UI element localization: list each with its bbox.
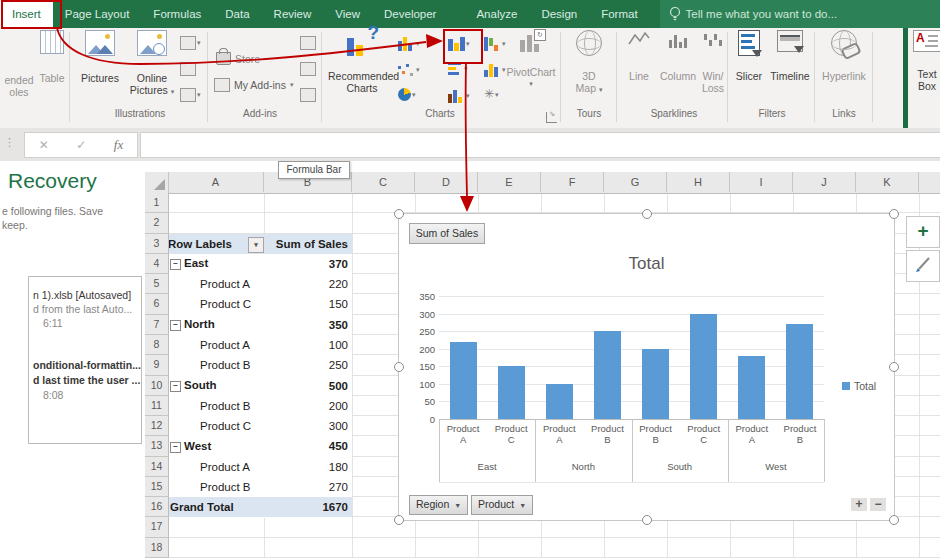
bar-product-b-west[interactable] bbox=[786, 324, 813, 419]
column-header-K[interactable]: K bbox=[856, 172, 919, 192]
tab-design[interactable]: Design bbox=[529, 0, 589, 28]
select-all-button[interactable] bbox=[145, 172, 169, 193]
pivot-chart[interactable]: Sum of Sales Total 050100150200250300350… bbox=[398, 213, 895, 521]
bar-product-b-north[interactable] bbox=[594, 331, 621, 419]
tab-page-layout[interactable]: Page Layout bbox=[53, 0, 142, 28]
selection-handle[interactable] bbox=[889, 362, 899, 372]
pivot-row-value[interactable]: 150 bbox=[264, 298, 348, 310]
row-header-17[interactable]: 17 bbox=[145, 517, 169, 537]
pivot-row-value[interactable]: 100 bbox=[264, 339, 348, 351]
pivot-row-value[interactable]: 450 bbox=[264, 440, 348, 452]
bar-product-a-west[interactable] bbox=[738, 356, 765, 419]
chart-title[interactable]: Total bbox=[399, 254, 894, 274]
row-header-2[interactable]: 2 bbox=[145, 213, 169, 233]
selection-handle[interactable] bbox=[642, 515, 652, 525]
row-header-15[interactable]: 15 bbox=[145, 477, 169, 497]
sparkline-winloss-button[interactable]: Win/Loss bbox=[698, 30, 728, 94]
pivot-row-value[interactable]: 300 bbox=[264, 420, 348, 432]
chart-elements-button[interactable]: + bbox=[906, 216, 940, 248]
pivot-row-value[interactable]: 370 bbox=[264, 258, 348, 270]
insert-function-icon[interactable]: fx bbox=[114, 137, 123, 153]
chart-field-button-values[interactable]: Sum of Sales bbox=[409, 223, 485, 244]
selection-handle[interactable] bbox=[889, 515, 899, 525]
selection-handle[interactable] bbox=[394, 362, 404, 372]
insert-histogram-chart-button[interactable]: ▾ bbox=[484, 62, 506, 77]
pivot-row-value[interactable]: 250 bbox=[264, 359, 348, 371]
row-header-14[interactable]: 14 bbox=[145, 457, 169, 477]
tab-review[interactable]: Review bbox=[262, 0, 324, 28]
recommended-charts-button[interactable]: ? RecommendedCharts bbox=[328, 30, 396, 94]
shapes-button[interactable]: ▾ bbox=[180, 36, 201, 50]
pivot-row-value[interactable]: 350 bbox=[264, 319, 348, 331]
insert-stock-chart-button[interactable]: ▾ bbox=[448, 88, 470, 103]
chart-field-button-region[interactable]: Region▼ bbox=[409, 495, 468, 515]
row-header-6[interactable]: 6 bbox=[145, 294, 169, 314]
addin-extra-2-button[interactable] bbox=[300, 62, 316, 76]
pivot-row-label[interactable]: −South bbox=[168, 379, 266, 392]
pivot-row-value[interactable]: 200 bbox=[264, 400, 348, 412]
column-header-A[interactable]: A bbox=[168, 172, 264, 192]
my-addins-button[interactable]: My Add-ins▾ bbox=[214, 78, 293, 92]
selection-handle[interactable] bbox=[642, 209, 652, 219]
column-header-I[interactable]: I bbox=[730, 172, 793, 192]
column-header-G[interactable]: G bbox=[604, 172, 667, 192]
row-header-13[interactable]: 13 bbox=[145, 436, 169, 456]
pivot-row-label[interactable]: −West bbox=[168, 440, 266, 453]
table-button[interactable]: Table bbox=[36, 30, 68, 84]
bar-product-c-south[interactable] bbox=[690, 314, 717, 419]
row-header-8[interactable]: 8 bbox=[145, 335, 169, 355]
charts-dialog-launcher[interactable]: ⇘ bbox=[546, 112, 557, 123]
recovered-file-name[interactable]: n 1).xlsb [Autosaved] bbox=[33, 289, 131, 301]
pivot-row-value[interactable]: 220 bbox=[264, 278, 348, 290]
bar-product-a-north[interactable] bbox=[546, 384, 573, 419]
insert-scatter-chart-button[interactable]: ▾ bbox=[398, 62, 420, 77]
tab-format[interactable]: Format bbox=[589, 0, 649, 28]
row-header-7[interactable]: 7 bbox=[145, 315, 169, 335]
pivot-row-label[interactable]: −North bbox=[168, 318, 266, 331]
hyperlink-button[interactable]: Hyperlink bbox=[818, 30, 870, 82]
column-header-C[interactable]: C bbox=[352, 172, 415, 192]
tab-view[interactable]: View bbox=[323, 0, 372, 28]
column-header-H[interactable]: H bbox=[667, 172, 730, 192]
sparkline-line-button[interactable]: Line bbox=[622, 30, 656, 82]
selection-handle[interactable] bbox=[394, 515, 404, 525]
row-header-5[interactable]: 5 bbox=[145, 274, 169, 294]
addin-extra-3-button[interactable] bbox=[300, 88, 316, 102]
collapse-icon[interactable]: − bbox=[170, 442, 181, 453]
column-header-D[interactable]: D bbox=[415, 172, 478, 192]
bar-product-a-east[interactable] bbox=[450, 342, 477, 419]
tab-insert[interactable]: Insert bbox=[0, 0, 53, 28]
tell-me-box[interactable]: Tell me what you want to do... bbox=[660, 0, 940, 28]
column-header-F[interactable]: F bbox=[541, 172, 604, 192]
chart-collapse-button[interactable]: − bbox=[870, 498, 886, 511]
pivot-row-label[interactable]: −East bbox=[168, 257, 266, 270]
pivot-row-value[interactable]: 500 bbox=[264, 380, 348, 392]
selection-handle[interactable] bbox=[394, 209, 404, 219]
chart-field-button-product[interactable]: Product▼ bbox=[471, 495, 533, 515]
pivotchart-button[interactable]: ↻ PivotChart ▾ bbox=[505, 30, 557, 90]
pivot-row-value[interactable]: 180 bbox=[264, 461, 348, 473]
insert-pie-chart-button[interactable]: ▾ bbox=[398, 88, 416, 101]
enter-icon[interactable]: ✓ bbox=[76, 138, 86, 152]
insert-waterfall-chart-button[interactable]: ▾ bbox=[484, 36, 506, 51]
pivot-values-header[interactable]: Sum of Sales bbox=[264, 238, 348, 250]
row-header-4[interactable]: 4 bbox=[145, 254, 169, 274]
cancel-icon[interactable]: ✕ bbox=[39, 138, 49, 152]
pivot-row-label[interactable]: Grand Total bbox=[168, 501, 266, 513]
screenshot-button[interactable]: ▾ bbox=[180, 88, 201, 102]
formula-input[interactable] bbox=[140, 132, 940, 158]
sparkline-column-button[interactable]: Column bbox=[658, 30, 698, 82]
pivot-row-value[interactable]: 1670 bbox=[264, 501, 348, 513]
selection-handle[interactable] bbox=[889, 209, 899, 219]
store-button[interactable]: Store bbox=[216, 52, 260, 65]
formula-bar-grip[interactable]: ⋮ bbox=[4, 136, 14, 149]
row-header-10[interactable]: 10 bbox=[145, 376, 169, 396]
tab-analyze[interactable]: Analyze bbox=[464, 0, 529, 28]
timeline-button[interactable]: Timeline bbox=[768, 30, 812, 82]
pictures-button[interactable]: Pictures bbox=[74, 30, 126, 84]
addin-extra-1-button[interactable] bbox=[300, 36, 316, 50]
text-box-button[interactable]: A TextBox bbox=[910, 30, 940, 92]
smartart-button[interactable] bbox=[180, 62, 196, 76]
tab-developer[interactable]: Developer bbox=[372, 0, 448, 28]
collapse-icon[interactable]: − bbox=[170, 381, 181, 392]
